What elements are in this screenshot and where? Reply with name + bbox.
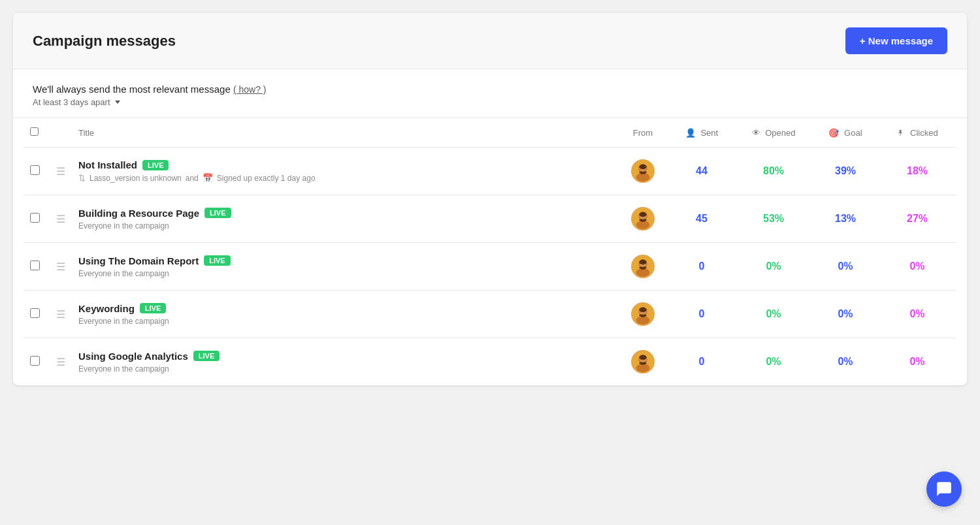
row-title-text: Keywording bbox=[78, 303, 135, 314]
main-container: Campaign messages + New message We'll al… bbox=[13, 13, 967, 385]
row-sent-cell: 0 bbox=[669, 243, 734, 291]
table-row: ☰ Building a Resource Page Live Everyone… bbox=[24, 195, 956, 243]
live-badge: Live bbox=[204, 255, 230, 266]
row-title-cell: Using The Domain Report Live Everyone in… bbox=[72, 243, 617, 291]
audience: Everyone in the campaign bbox=[78, 269, 169, 278]
condition2: Signed up exactly 1 day ago bbox=[217, 174, 316, 183]
th-from: From bbox=[617, 118, 669, 148]
frequency-dropdown-arrow[interactable] bbox=[115, 101, 120, 104]
th-clicked: 🖈 Clicked bbox=[878, 118, 956, 148]
audience: Everyone in the campaign bbox=[78, 364, 169, 374]
live-badge: Live bbox=[193, 351, 220, 361]
row-title-text: Not Installed bbox=[78, 159, 137, 170]
row-drag-cell: ☰ bbox=[50, 338, 72, 386]
row-checkbox[interactable] bbox=[30, 213, 40, 223]
frequency-text: At least 3 days apart bbox=[33, 97, 110, 107]
connector: and bbox=[186, 174, 199, 183]
how-link[interactable]: ( how? ) bbox=[233, 84, 267, 95]
row-checkbox[interactable] bbox=[30, 261, 40, 270]
page-header: Campaign messages + New message bbox=[13, 13, 967, 69]
th-title: Title bbox=[72, 118, 617, 148]
audience: Everyone in the campaign bbox=[78, 221, 169, 231]
svg-point-31 bbox=[640, 315, 645, 317]
drag-handle-icon[interactable]: ☰ bbox=[56, 166, 65, 177]
row-drag-cell: ☰ bbox=[50, 195, 72, 243]
row-clicked-cell: 27% bbox=[878, 195, 956, 243]
avatar bbox=[631, 255, 655, 278]
row-drag-cell: ☰ bbox=[50, 243, 72, 291]
select-all-checkbox[interactable] bbox=[30, 127, 39, 136]
goal-value: 0% bbox=[838, 356, 853, 367]
row-opened-cell: 0% bbox=[734, 243, 813, 291]
row-checkbox-cell bbox=[24, 195, 50, 243]
svg-point-18 bbox=[636, 268, 650, 277]
row-title: Not Installed Live bbox=[78, 159, 610, 170]
avatar bbox=[631, 350, 655, 374]
row-checkbox[interactable] bbox=[30, 308, 40, 318]
row-title-cell: Keywording Live Everyone in the campaign bbox=[72, 291, 617, 338]
table-row: ☰ Not Installed Live ⇅ Lasso_version is … bbox=[24, 148, 956, 195]
goal-icon: 🎯 bbox=[828, 128, 839, 138]
svg-point-2 bbox=[636, 173, 650, 182]
th-checkbox bbox=[24, 118, 50, 148]
svg-point-39 bbox=[640, 363, 645, 365]
table-header-row: Title From 👤 Sent 👁 Opened 🎯 Goal bbox=[24, 118, 956, 148]
sent-value: 0 bbox=[699, 261, 705, 272]
messages-table-wrap: Title From 👤 Sent 👁 Opened 🎯 Goal bbox=[13, 118, 967, 385]
row-title-text: Using Google Analytics bbox=[78, 351, 188, 362]
row-from-cell bbox=[617, 148, 669, 195]
row-title-text: Using The Domain Report bbox=[78, 255, 199, 266]
row-from-cell bbox=[617, 338, 669, 386]
row-checkbox-cell bbox=[24, 148, 50, 195]
drag-handle-icon[interactable]: ☰ bbox=[56, 357, 65, 368]
row-title: Building a Resource Page Live bbox=[78, 208, 610, 219]
row-sub: Everyone in the campaign bbox=[78, 221, 610, 231]
chat-bubble-button[interactable] bbox=[926, 471, 962, 507]
sub-header: We'll always send the most relevant mess… bbox=[13, 69, 967, 118]
frequency-info: At least 3 days apart bbox=[33, 97, 947, 107]
drag-handle-icon[interactable]: ☰ bbox=[56, 261, 65, 272]
cursor-icon: 🖈 bbox=[896, 128, 905, 138]
row-sub: Everyone in the campaign bbox=[78, 364, 610, 374]
row-checkbox[interactable] bbox=[30, 165, 40, 175]
live-badge: Live bbox=[142, 160, 169, 170]
clicked-value: 0% bbox=[909, 308, 924, 319]
row-checkbox[interactable] bbox=[30, 356, 40, 366]
drag-handle-icon[interactable]: ☰ bbox=[56, 214, 65, 225]
row-clicked-cell: 0% bbox=[878, 338, 956, 386]
new-message-button[interactable]: + New message bbox=[845, 27, 947, 54]
row-clicked-cell: 0% bbox=[878, 243, 956, 291]
row-sent-cell: 0 bbox=[669, 338, 734, 386]
opened-value: 0% bbox=[766, 261, 781, 272]
opened-value: 0% bbox=[766, 308, 781, 319]
row-title-cell: Building a Resource Page Live Everyone i… bbox=[72, 195, 617, 243]
sent-value: 44 bbox=[696, 165, 708, 176]
row-opened-cell: 0% bbox=[734, 291, 813, 338]
calendar-icon: 📅 bbox=[203, 173, 213, 183]
svg-point-36 bbox=[639, 355, 646, 360]
row-title-cell: Not Installed Live ⇅ Lasso_version is un… bbox=[72, 148, 617, 195]
th-sent: 👤 Sent bbox=[669, 118, 734, 148]
drag-handle-icon[interactable]: ☰ bbox=[56, 309, 65, 320]
table-row: ☰ Using Google Analytics Live Everyone i… bbox=[24, 338, 956, 386]
sent-value: 0 bbox=[699, 356, 705, 367]
sent-value: 45 bbox=[696, 213, 708, 224]
opened-value: 0% bbox=[766, 356, 781, 367]
row-opened-cell: 80% bbox=[734, 148, 813, 195]
table-row: ☰ Using The Domain Report Live Everyone … bbox=[24, 243, 956, 291]
row-goal-cell: 13% bbox=[813, 195, 878, 243]
row-title-text: Building a Resource Page bbox=[78, 208, 199, 219]
row-title: Keywording Live bbox=[78, 303, 610, 314]
sent-value: 0 bbox=[699, 308, 705, 319]
clicked-value: 27% bbox=[907, 213, 928, 224]
goal-value: 39% bbox=[835, 165, 856, 176]
row-goal-cell: 0% bbox=[813, 243, 878, 291]
svg-point-7 bbox=[640, 172, 645, 174]
table-row: ☰ Keywording Live Everyone in the campai… bbox=[24, 291, 956, 338]
avatar bbox=[631, 159, 655, 183]
svg-point-28 bbox=[639, 308, 646, 313]
row-sent-cell: 45 bbox=[669, 195, 734, 243]
row-drag-cell: ☰ bbox=[50, 291, 72, 338]
svg-point-23 bbox=[640, 268, 645, 270]
filter-icon: ⇅ bbox=[78, 173, 86, 183]
